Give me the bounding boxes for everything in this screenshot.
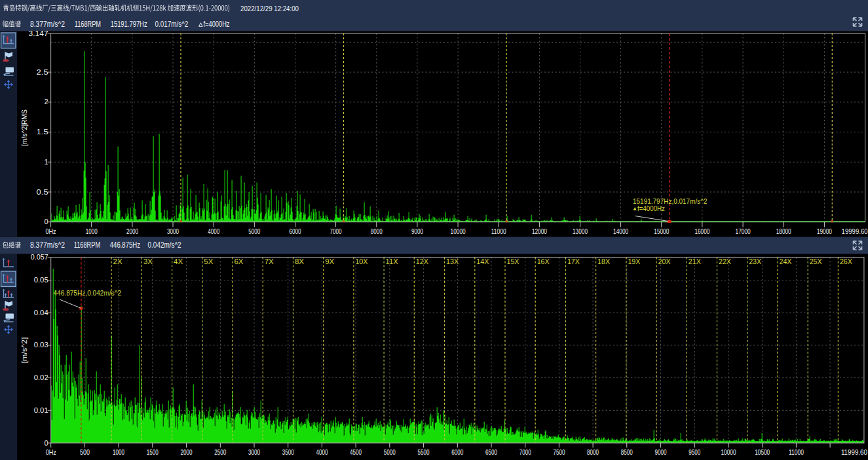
svg-text:15X: 15X	[507, 258, 520, 265]
svg-text:18X: 18X	[597, 258, 611, 265]
svg-text:10500: 10500	[755, 448, 770, 456]
svg-text:24X: 24X	[780, 258, 793, 265]
svg-text:500: 500	[80, 448, 90, 456]
svg-text:15000: 15000	[654, 227, 669, 235]
svg-text:446.875Hz,0.042m/s^2: 446.875Hz,0.042m/s^2	[54, 289, 122, 297]
svg-text:f=4000Hz: f=4000Hz	[204, 20, 230, 29]
svg-text:0Hz: 0Hz	[46, 227, 56, 235]
svg-text:3500: 3500	[282, 448, 294, 456]
svg-text:2500: 2500	[214, 448, 226, 456]
svg-text:20X: 20X	[658, 258, 671, 265]
svg-text:18000: 18000	[776, 227, 791, 235]
svg-text:6X: 6X	[235, 258, 244, 265]
svg-text:16000: 16000	[694, 227, 709, 235]
svg-text:1168RPM: 1168RPM	[75, 20, 101, 29]
svg-text:10X: 10X	[355, 258, 368, 265]
svg-text:7500: 7500	[553, 448, 565, 456]
svg-text:5500: 5500	[418, 448, 430, 456]
svg-text:17000: 17000	[736, 227, 751, 235]
svg-text:12X: 12X	[416, 258, 429, 265]
svg-text:0.017m/s^2: 0.017m/s^2	[155, 20, 188, 29]
svg-text:4000: 4000	[316, 448, 328, 456]
svg-text:0.02: 0.02	[34, 374, 48, 381]
svg-text:8.377m/s^2: 8.377m/s^2	[30, 20, 65, 29]
svg-text:19999.60: 19999.60	[842, 227, 868, 235]
svg-text:6000: 6000	[290, 227, 301, 235]
svg-text:446.875Hz: 446.875Hz	[110, 240, 140, 250]
svg-text:4000: 4000	[208, 227, 219, 235]
svg-text:2X: 2X	[113, 258, 123, 265]
svg-text:0.042m/s^2: 0.042m/s^2	[148, 240, 181, 250]
svg-text:0.01: 0.01	[34, 406, 48, 414]
svg-text:14X: 14X	[476, 258, 489, 265]
svg-text:19000: 19000	[817, 227, 832, 235]
svg-text:8.377m/s^2: 8.377m/s^2	[30, 240, 65, 250]
svg-text:10000: 10000	[451, 227, 466, 235]
svg-text:9500: 9500	[689, 448, 700, 456]
svg-text:4X: 4X	[174, 258, 183, 265]
svg-text:[m/s^2]: [m/s^2]	[20, 337, 28, 364]
svg-text:3X: 3X	[143, 258, 153, 265]
svg-text:7000: 7000	[519, 448, 531, 456]
svg-text:9000: 9000	[411, 227, 423, 235]
svg-text:16X: 16X	[537, 258, 550, 265]
svg-text:13000: 13000	[573, 227, 588, 235]
svg-text:14000: 14000	[613, 227, 628, 235]
svg-text:0.04: 0.04	[34, 309, 48, 316]
svg-text:22X: 22X	[719, 258, 732, 265]
svg-text:7000: 7000	[330, 227, 342, 235]
svg-text:5000: 5000	[248, 227, 260, 235]
svg-text:0.05: 0.05	[34, 276, 48, 284]
svg-text:15191.797Hz: 15191.797Hz	[111, 20, 147, 29]
svg-text:3000: 3000	[248, 448, 260, 456]
svg-text:12000: 12000	[532, 227, 547, 235]
svg-text:7X: 7X	[265, 258, 274, 265]
svg-text:13X: 13X	[446, 258, 459, 265]
svg-text:1168RPM: 1168RPM	[74, 240, 100, 250]
svg-text:0.5: 0.5	[37, 188, 48, 196]
svg-text:19X: 19X	[628, 258, 641, 265]
svg-text:11X: 11X	[386, 258, 399, 265]
svg-text:8000: 8000	[587, 448, 599, 456]
svg-text:9X: 9X	[325, 258, 335, 265]
svg-text:f=4000Hz: f=4000Hz	[637, 204, 665, 212]
svg-text:2.5: 2.5	[37, 68, 48, 76]
svg-text:8X: 8X	[295, 258, 305, 265]
svg-text:21X: 21X	[689, 258, 702, 265]
svg-text:1500: 1500	[147, 448, 159, 456]
svg-text:3000: 3000	[167, 227, 179, 235]
svg-text:11000: 11000	[789, 448, 804, 456]
svg-text:1000: 1000	[113, 448, 124, 456]
svg-text:1000: 1000	[86, 227, 98, 235]
svg-text:1: 1	[44, 158, 48, 166]
svg-text:11000: 11000	[491, 227, 506, 235]
svg-text:17X: 17X	[567, 258, 580, 265]
svg-text:[m/s^2]RMS: [m/s^2]RMS	[20, 109, 28, 146]
svg-text:0.057: 0.057	[31, 253, 48, 261]
svg-text:5000: 5000	[384, 448, 396, 456]
svg-text:0.03: 0.03	[34, 341, 48, 349]
svg-text:9000: 9000	[655, 448, 667, 456]
svg-text:5X: 5X	[204, 258, 214, 265]
svg-text:11999.60: 11999.60	[841, 448, 867, 456]
svg-text:2000: 2000	[181, 448, 193, 456]
svg-text:0: 0	[45, 439, 48, 447]
svg-text:3.147: 3.147	[29, 29, 48, 37]
svg-text:4500: 4500	[350, 448, 362, 456]
svg-text:0Hz: 0Hz	[46, 448, 56, 456]
svg-text:2000: 2000	[126, 227, 138, 235]
svg-text:10000: 10000	[721, 448, 736, 456]
svg-text:8500: 8500	[621, 448, 633, 456]
svg-text:26X: 26X	[840, 258, 853, 265]
svg-text:25X: 25X	[810, 258, 823, 265]
svg-text:23X: 23X	[749, 258, 762, 265]
svg-text:0: 0	[44, 218, 48, 225]
svg-text:6000: 6000	[451, 448, 463, 456]
svg-text:2: 2	[44, 98, 48, 105]
svg-text:1.5: 1.5	[37, 128, 48, 136]
svg-text:2022/12/29 12:24:00: 2022/12/29 12:24:00	[240, 5, 299, 12]
svg-text:8000: 8000	[371, 227, 383, 235]
svg-text:6500: 6500	[485, 448, 497, 456]
